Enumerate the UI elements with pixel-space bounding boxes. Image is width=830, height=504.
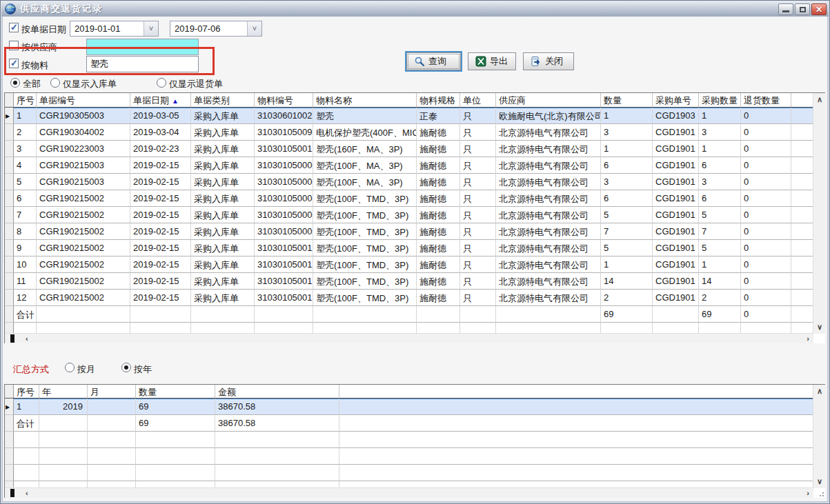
resize-grip[interactable] — [815, 487, 824, 497]
cell — [88, 415, 136, 432]
table-row[interactable]: 9CGR1902150022019-02-15采购入库单31030105001塑… — [5, 240, 825, 256]
by-supplier-checkbox[interactable] — [9, 41, 19, 50]
by-date-label: 按单据日期 — [21, 23, 66, 36]
by-date-checkbox[interactable]: ✓ — [9, 23, 19, 32]
material-input[interactable] — [86, 56, 199, 72]
column-header[interactable]: 金额 — [215, 385, 339, 398]
supplier-input[interactable] — [86, 39, 199, 55]
table-row[interactable]: 10CGR1902150022019-02-15采购入库单31030105001… — [5, 256, 825, 273]
exit-icon — [531, 56, 542, 67]
scroll-down-icon[interactable]: ∨ — [817, 322, 822, 332]
scroll-left-icon[interactable]: ‹ — [26, 334, 28, 344]
column-header[interactable]: 供应商 — [496, 93, 601, 107]
cell — [601, 323, 653, 334]
date-to-value: 2019-07-06 — [170, 21, 247, 36]
scroll-up-icon[interactable]: ∧ — [817, 386, 822, 396]
minimize-button[interactable] — [778, 3, 793, 15]
table-row[interactable]: 2CGR1903040022019-03-04采购入库单31030105009电… — [5, 124, 825, 141]
column-header[interactable]: 数量 — [136, 385, 215, 398]
radio-inbound-only[interactable] — [50, 78, 60, 88]
date-from-value: 2019-01-01 — [70, 21, 144, 36]
export-button[interactable]: 导出 — [468, 52, 516, 70]
date-from-combobox[interactable]: 2019-01-01 ˅ — [70, 21, 159, 37]
summary-vertical-scrollbar[interactable]: ∧ ∨ — [813, 385, 825, 488]
cell: 0 — [741, 157, 791, 174]
cell: CGD1903 — [653, 108, 699, 124]
chevron-down-icon[interactable]: ˅ — [247, 21, 261, 36]
cell: 北京源特电气有限公司 — [496, 141, 601, 157]
column-header[interactable]: 序号 — [14, 93, 37, 107]
scroll-thumb[interactable] — [10, 334, 14, 343]
column-header[interactable]: 序号 — [14, 385, 39, 398]
main-vertical-scrollbar[interactable]: ∧ ∨ — [813, 93, 825, 334]
cell: 只 — [460, 190, 496, 207]
table-row[interactable]: 8CGR1902150022019-02-15采购入库单31030105000塑… — [5, 223, 825, 240]
table-row[interactable]: 4CGR1902150032019-02-15采购入库单31030105000塑… — [5, 157, 825, 174]
table-row[interactable]: 3CGR1902230032019-02-23采购入库单31030105001塑… — [5, 141, 825, 157]
cell — [791, 207, 813, 223]
main-horizontal-scrollbar[interactable]: ‹ › — [5, 333, 813, 343]
scroll-up-icon[interactable]: ∧ — [817, 94, 822, 105]
scroll-down-icon[interactable]: ∨ — [817, 476, 822, 487]
cell: 采购入库单 — [191, 223, 255, 240]
table-row[interactable]: 合计6938670.58 — [5, 415, 825, 432]
radio-returns-only[interactable] — [157, 78, 166, 88]
cell: 施耐德 — [417, 240, 460, 256]
column-header[interactable]: 采购数量 — [699, 93, 741, 107]
radio-by-year[interactable] — [121, 363, 131, 372]
table-row[interactable]: 12CGR1902150022019-02-15采购入库单31030105001… — [5, 290, 825, 306]
table-row[interactable]: 5CGR1902150032019-02-15采购入库单31030105000塑… — [5, 174, 825, 190]
table-row[interactable]: 11CGR1902150022019-02-15采购入库单31030105001… — [5, 273, 825, 290]
row-indicator — [5, 306, 14, 323]
scroll-right-icon[interactable]: › — [807, 334, 809, 344]
summary-horizontal-scrollbar[interactable]: ‹ › — [5, 487, 813, 498]
maximize-button[interactable] — [795, 3, 810, 15]
cell: 38670.58 — [215, 399, 339, 415]
row-indicator — [5, 124, 14, 141]
cell: 2019-02-15 — [130, 290, 191, 306]
table-row[interactable]: 7CGR1902150022019-02-15采购入库单31030105000塑… — [5, 207, 825, 223]
column-header[interactable]: 单位 — [460, 93, 496, 107]
row-indicator — [5, 415, 14, 432]
table-row[interactable]: 合计69690 — [5, 306, 825, 323]
column-header[interactable]: 物料名称 — [313, 93, 417, 107]
table-row[interactable]: ▶120196938670.58 — [5, 399, 825, 415]
main-table-header: 序号单据编号单据日期▲单据类别物料编号物料名称物料规格单位供应商数量采购单号采购… — [5, 93, 813, 108]
by-material-checkbox[interactable]: ✓ — [9, 59, 19, 68]
scroll-right-icon[interactable]: › — [807, 488, 809, 498]
table-row[interactable]: ▶1CGR1903050032019-03-05采购入库单31030601002… — [5, 108, 825, 124]
scroll-left-icon[interactable]: ‹ — [26, 488, 28, 498]
empty-row[interactable] — [5, 448, 825, 465]
cell — [339, 465, 813, 481]
column-header[interactable]: 单据类别 — [191, 93, 255, 107]
close-form-button[interactable]: 关闭 — [523, 52, 574, 70]
column-header[interactable]: 物料编号 — [255, 93, 313, 107]
window-title: 供应商交退货记录 — [20, 3, 103, 15]
query-button[interactable]: 查询 — [406, 52, 461, 70]
column-header[interactable]: 单据日期▲ — [130, 93, 191, 107]
empty-row[interactable] — [5, 432, 825, 448]
cell: 8 — [14, 223, 37, 240]
column-header[interactable]: 年 — [39, 385, 88, 398]
cell: 6 — [699, 157, 741, 174]
scroll-thumb[interactable] — [10, 489, 14, 497]
empty-row[interactable] — [5, 323, 825, 334]
column-header[interactable]: 退货数量 — [741, 93, 791, 107]
close-button[interactable]: ✕ — [811, 3, 827, 15]
cell: 2019-03-04 — [130, 124, 191, 141]
radio-by-month[interactable] — [65, 363, 75, 372]
row-indicator — [5, 323, 14, 334]
empty-row[interactable] — [5, 465, 825, 481]
column-header[interactable]: 物料规格 — [417, 93, 460, 107]
column-header[interactable]: 采购单号 — [653, 93, 699, 107]
cell: 塑壳(100F、TMD、3P) — [313, 190, 417, 207]
chevron-down-icon[interactable]: ˅ — [144, 21, 158, 36]
cell: 2019-02-15 — [130, 273, 191, 290]
table-row[interactable]: 6CGR1902150022019-02-15采购入库单31030105000塑… — [5, 190, 825, 207]
cell: 12 — [14, 290, 37, 306]
column-header[interactable]: 月 — [88, 385, 136, 398]
radio-all[interactable] — [10, 78, 20, 88]
column-header[interactable]: 单据编号 — [37, 93, 130, 107]
column-header[interactable]: 数量 — [601, 93, 653, 107]
date-to-combobox[interactable]: 2019-07-06 ˅ — [170, 21, 262, 37]
